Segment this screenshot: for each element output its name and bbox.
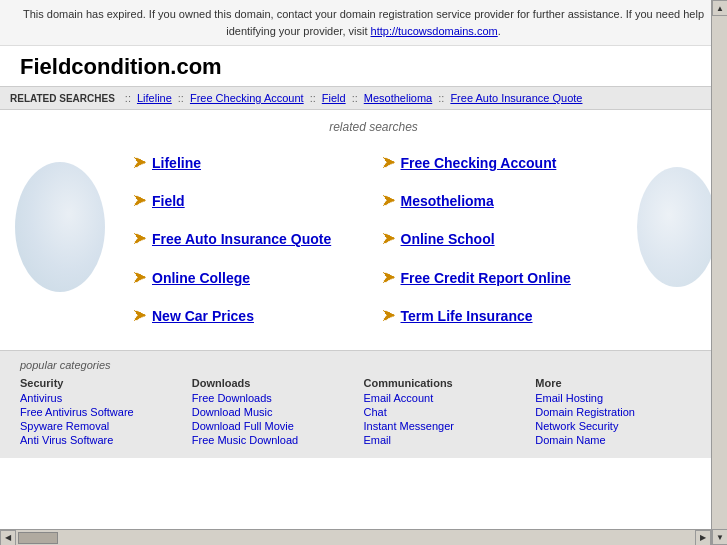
col-header-communications: Communications	[364, 377, 536, 389]
arrow-icon-9: ⮞	[133, 308, 147, 324]
pop-link-email[interactable]: Email	[364, 434, 536, 446]
tucows-link[interactable]: http://tucowsdomains.com	[371, 25, 498, 37]
popular-col-downloads: Downloads Free Downloads Download Music …	[192, 377, 364, 448]
links-grid: ⮞ Lifeline ⮞ Free Checking Account ⮞ Fie…	[125, 144, 622, 335]
popular-grid: Security Antivirus Free Antivirus Softwa…	[20, 377, 707, 448]
col-header-security: Security	[20, 377, 192, 389]
link-new-car[interactable]: New Car Prices	[152, 307, 254, 325]
list-item: ⮞ Mesothelioma	[374, 182, 623, 220]
list-item: ⮞ Field	[125, 182, 374, 220]
pop-link-network-security[interactable]: Network Security	[535, 420, 707, 432]
popular-section: popular categories Security Antivirus Fr…	[0, 350, 727, 458]
pop-link-anti-virus[interactable]: Anti Virus Software	[20, 434, 192, 446]
scroll-track[interactable]	[712, 16, 727, 458]
pop-link-spyware[interactable]: Spyware Removal	[20, 420, 192, 432]
related-link-auto[interactable]: Free Auto Insurance Quote	[450, 92, 582, 104]
popular-title: popular categories	[20, 359, 707, 371]
arrow-icon-7: ⮞	[133, 270, 147, 286]
arrow-icon-3: ⮞	[133, 193, 147, 209]
notice-text: This domain has expired. If you owned th…	[23, 8, 704, 37]
list-item: ⮞ Lifeline	[125, 144, 374, 182]
popular-col-more: More Email Hosting Domain Registration N…	[535, 377, 707, 448]
left-decoration	[0, 110, 120, 345]
popular-col-communications: Communications Email Account Chat Instan…	[364, 377, 536, 448]
col-header-downloads: Downloads	[192, 377, 364, 389]
related-link-field[interactable]: Field	[322, 92, 346, 104]
main-content: related searches ⮞ Lifeline ⮞ Free Check…	[0, 110, 727, 345]
list-item: ⮞ Online School	[374, 220, 623, 258]
section-title: related searches	[125, 120, 622, 134]
link-free-checking[interactable]: Free Checking Account	[401, 154, 557, 172]
link-online-college[interactable]: Online College	[152, 269, 250, 287]
pop-link-messenger[interactable]: Instant Messenger	[364, 420, 536, 432]
domain-title: Fieldcondition.com	[0, 46, 727, 86]
arrow-icon-2: ⮞	[382, 155, 396, 171]
scroll-up-button[interactable]: ▲	[712, 0, 727, 16]
col-header-more: More	[535, 377, 707, 389]
link-free-credit[interactable]: Free Credit Report Online	[401, 269, 571, 287]
list-item: ⮞ Free Credit Report Online	[374, 259, 623, 297]
link-online-school[interactable]: Online School	[401, 230, 495, 248]
left-circle-shape	[15, 162, 105, 292]
link-term-life[interactable]: Term Life Insurance	[401, 307, 533, 325]
pop-link-download-movie[interactable]: Download Full Movie	[192, 420, 364, 432]
list-item: ⮞ Term Life Insurance	[374, 297, 623, 335]
pop-link-domain-name[interactable]: Domain Name	[535, 434, 707, 446]
pop-link-free-music[interactable]: Free Music Download	[192, 434, 364, 446]
related-link-meso[interactable]: Mesothelioma	[364, 92, 432, 104]
sep1: ::	[125, 92, 131, 104]
arrow-icon-1: ⮞	[133, 155, 147, 171]
arrow-icon-10: ⮞	[382, 308, 396, 324]
pop-link-domain-reg[interactable]: Domain Registration	[535, 406, 707, 418]
list-item: ⮞ Online College	[125, 259, 374, 297]
link-auto-insurance[interactable]: Free Auto Insurance Quote	[152, 230, 331, 248]
list-item: ⮞ Free Auto Insurance Quote	[125, 220, 374, 258]
arrow-icon-5: ⮞	[133, 231, 147, 247]
pop-link-email-hosting[interactable]: Email Hosting	[535, 392, 707, 404]
pop-link-free-downloads[interactable]: Free Downloads	[192, 392, 364, 404]
arrow-icon-6: ⮞	[382, 231, 396, 247]
link-field[interactable]: Field	[152, 192, 185, 210]
related-link-lifeline[interactable]: Lifeline	[137, 92, 172, 104]
arrow-icon-8: ⮞	[382, 270, 396, 286]
pop-link-free-antivirus[interactable]: Free Antivirus Software	[20, 406, 192, 418]
right-circle-shape	[637, 167, 717, 287]
pop-link-chat[interactable]: Chat	[364, 406, 536, 418]
related-label: RELATED SEARCHES	[10, 93, 115, 104]
search-links-area: related searches ⮞ Lifeline ⮞ Free Check…	[120, 110, 627, 345]
link-lifeline[interactable]: Lifeline	[152, 154, 201, 172]
list-item: ⮞ Free Checking Account	[374, 144, 623, 182]
list-item: ⮞ New Car Prices	[125, 297, 374, 335]
arrow-icon-4: ⮞	[382, 193, 396, 209]
popular-col-security: Security Antivirus Free Antivirus Softwa…	[20, 377, 192, 448]
expiry-notice: This domain has expired. If you owned th…	[0, 0, 727, 46]
pop-link-download-music[interactable]: Download Music	[192, 406, 364, 418]
pop-link-antivirus[interactable]: Antivirus	[20, 392, 192, 404]
related-bar: RELATED SEARCHES :: Lifeline :: Free Che…	[0, 86, 727, 110]
pop-link-email-account[interactable]: Email Account	[364, 392, 536, 404]
vertical-scrollbar[interactable]: ▲ ▼	[711, 0, 727, 458]
related-link-checking[interactable]: Free Checking Account	[190, 92, 304, 104]
link-mesothelioma[interactable]: Mesothelioma	[401, 192, 494, 210]
